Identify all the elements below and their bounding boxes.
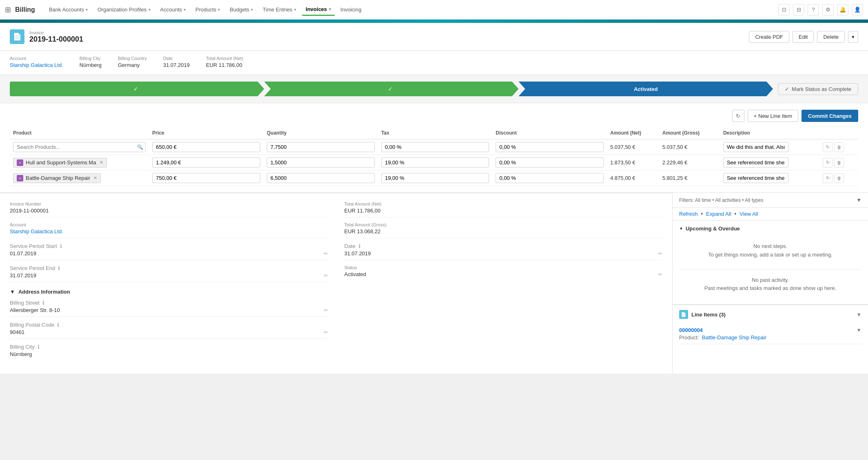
meta-total-amount-label: Total Amount (Net) bbox=[206, 56, 243, 61]
price-input[interactable] bbox=[152, 142, 260, 152]
nav-item-budgets[interactable]: Budgets▾ bbox=[226, 4, 257, 15]
row-delete-button[interactable]: 🗑 bbox=[834, 173, 844, 183]
description-input[interactable] bbox=[723, 157, 788, 168]
widget-line-item-detail: Product: Battle-Damage Ship Repair bbox=[679, 334, 861, 341]
meta-account-value[interactable]: Starship Galactica Ltd. bbox=[10, 62, 63, 68]
cell-discount-0 bbox=[492, 139, 607, 155]
row-delete-button[interactable]: 🗑 bbox=[834, 158, 844, 168]
filter-icon[interactable]: ▼ bbox=[856, 197, 861, 203]
info-icon-start: ℹ bbox=[60, 243, 62, 249]
field-service-start-value: 01.07.2019 bbox=[10, 250, 36, 257]
discount-input[interactable] bbox=[496, 157, 604, 168]
nav-item-accounts[interactable]: Accounts▾ bbox=[156, 4, 190, 15]
status-step-activated[interactable]: Activated bbox=[518, 82, 773, 96]
upcoming-chevron[interactable]: ▼ bbox=[679, 226, 683, 231]
status-step-1[interactable]: ✓ bbox=[10, 82, 264, 96]
price-input[interactable] bbox=[152, 157, 260, 168]
row-actions: ↻ 🗑 bbox=[823, 173, 855, 183]
nav-settings[interactable]: ⚙ bbox=[822, 4, 834, 15]
row-delete-button[interactable]: 🗑 bbox=[834, 142, 844, 152]
nav-item-time-entries[interactable]: Time Entries▾ bbox=[259, 4, 300, 15]
widget-line-item-num-value[interactable]: 00000004 bbox=[679, 327, 703, 333]
edit-button[interactable]: Edit bbox=[793, 31, 814, 43]
price-input[interactable] bbox=[152, 173, 260, 183]
mark-complete-label: Mark Status as Complete bbox=[792, 86, 851, 92]
status-edit-icon[interactable]: ✏ bbox=[658, 272, 662, 277]
invoice-icon: 📄 bbox=[10, 29, 24, 44]
field-service-start-label: Service Period Start ℹ bbox=[10, 243, 328, 249]
cell-quantity-2 bbox=[264, 170, 378, 186]
nav-help[interactable]: ? bbox=[808, 4, 819, 15]
field-total-net-label: Total Amount (Net) bbox=[344, 201, 662, 206]
commit-changes-button[interactable]: Commit Changes bbox=[802, 110, 858, 122]
widget-expand-icon[interactable]: ▼ bbox=[856, 312, 861, 318]
product-tag-remove[interactable]: ✕ bbox=[100, 160, 103, 165]
widget-title-label: Line Items (3) bbox=[691, 312, 726, 318]
table-row: ▪ Battle-Damage Ship Repair ✕ 4.875,00 €… bbox=[10, 170, 858, 186]
product-search-input[interactable] bbox=[13, 142, 146, 152]
nav-chevron-products: ▾ bbox=[218, 7, 220, 12]
row-reset-button[interactable]: ↻ bbox=[823, 158, 833, 168]
create-pdf-button[interactable]: Create PDF bbox=[749, 31, 789, 43]
nav-item-invoicing[interactable]: Invoicing bbox=[337, 4, 365, 15]
description-input[interactable] bbox=[723, 173, 788, 183]
view-all-link[interactable]: View All bbox=[740, 211, 758, 217]
field-service-end: Service Period End ℹ 31.07.2019 ✏ bbox=[10, 265, 328, 282]
quantity-input[interactable] bbox=[267, 173, 375, 183]
quantity-input[interactable] bbox=[267, 157, 375, 168]
cell-tax-1 bbox=[378, 155, 493, 170]
widget-product-value[interactable]: Battle-Damage Ship Repair bbox=[702, 334, 766, 341]
nav-item-org-profiles[interactable]: Organization Profiles▾ bbox=[93, 4, 155, 15]
discount-input[interactable] bbox=[496, 173, 604, 183]
billing-postal-edit-icon[interactable]: ✏ bbox=[324, 330, 328, 335]
service-start-edit-icon[interactable]: ✏ bbox=[324, 251, 328, 257]
quantity-input[interactable] bbox=[267, 142, 375, 152]
expand-all-link[interactable]: Expand All bbox=[706, 211, 731, 217]
nav-item-invoices[interactable]: Invoices▾ bbox=[302, 4, 335, 16]
refresh-activity-link[interactable]: Refresh bbox=[679, 211, 698, 217]
field-account-value[interactable]: Starship Galactica Ltd. bbox=[10, 228, 63, 234]
field-billing-postal-label: Billing Postal Code ℹ bbox=[10, 322, 328, 328]
field-billing-street: Billing Street ℹ Allersberger Str. 8-10 … bbox=[10, 300, 328, 317]
nav-item-products[interactable]: Products▾ bbox=[191, 4, 224, 15]
amount-gross-value: 5.801,25 € bbox=[662, 175, 687, 181]
widget-header: 📄 Line Items (3) ▼ bbox=[679, 310, 861, 319]
service-end-edit-icon[interactable]: ✏ bbox=[324, 273, 328, 279]
amount-net-value: 5.037,50 € bbox=[610, 144, 635, 150]
status-step-2[interactable]: ✓ bbox=[264, 82, 519, 96]
header-actions: Create PDF Edit Delete ▾ bbox=[749, 31, 858, 43]
product-tag-remove[interactable]: ✕ bbox=[93, 175, 97, 181]
date-edit-icon[interactable]: ✏ bbox=[658, 251, 662, 257]
more-button[interactable]: ▾ bbox=[848, 31, 858, 43]
app-grid-icon[interactable]: ⊞ bbox=[5, 5, 11, 14]
bottom-section: Invoice Number 2019-11-000001 Account St… bbox=[0, 193, 868, 374]
row-reset-button[interactable]: ↻ bbox=[823, 142, 833, 152]
refresh-button[interactable]: ↻ bbox=[732, 110, 744, 122]
row-reset-button[interactable]: ↻ bbox=[823, 173, 833, 183]
field-billing-city-detail-label: Billing City ℹ bbox=[10, 344, 328, 350]
nav-item-bank-accounts[interactable]: Bank Accounts▾ bbox=[45, 4, 92, 15]
nav-view-toggle[interactable]: ⊡ bbox=[778, 4, 790, 15]
tax-input[interactable] bbox=[381, 173, 489, 183]
widget-line-item-expand[interactable]: ▼ bbox=[856, 327, 861, 333]
billing-street-edit-icon[interactable]: ✏ bbox=[324, 307, 328, 313]
discount-input[interactable] bbox=[496, 142, 604, 152]
description-input[interactable] bbox=[723, 142, 788, 152]
nav-expand[interactable]: ⊟ bbox=[793, 4, 804, 15]
nav-avatar[interactable]: 👤 bbox=[852, 4, 863, 15]
col-amount-net: Amount (Net) bbox=[607, 127, 659, 139]
tax-input[interactable] bbox=[381, 142, 489, 152]
cell-amount-gross-1: 2.229,46 € bbox=[659, 155, 720, 170]
mark-complete-button[interactable]: ✓ Mark Status as Complete bbox=[778, 83, 858, 95]
nav-chevron-bank-accounts: ▾ bbox=[86, 7, 88, 12]
cell-product-2: ▪ Battle-Damage Ship Repair ✕ bbox=[10, 170, 149, 186]
tax-input[interactable] bbox=[381, 157, 489, 168]
address-chevron[interactable]: ▼ bbox=[10, 289, 15, 295]
delete-button[interactable]: Delete bbox=[817, 31, 845, 43]
meta-total-amount-value: EUR 11.786,00 bbox=[206, 62, 243, 68]
nav-right: ⊡ ⊟ ? ⚙ 🔔 👤 bbox=[778, 4, 863, 15]
new-line-item-button[interactable]: + New Line Item bbox=[748, 110, 798, 122]
col-price: Price bbox=[149, 127, 264, 139]
nav-notifications[interactable]: 🔔 bbox=[837, 4, 848, 15]
info-icon-street: ℹ bbox=[42, 300, 44, 306]
